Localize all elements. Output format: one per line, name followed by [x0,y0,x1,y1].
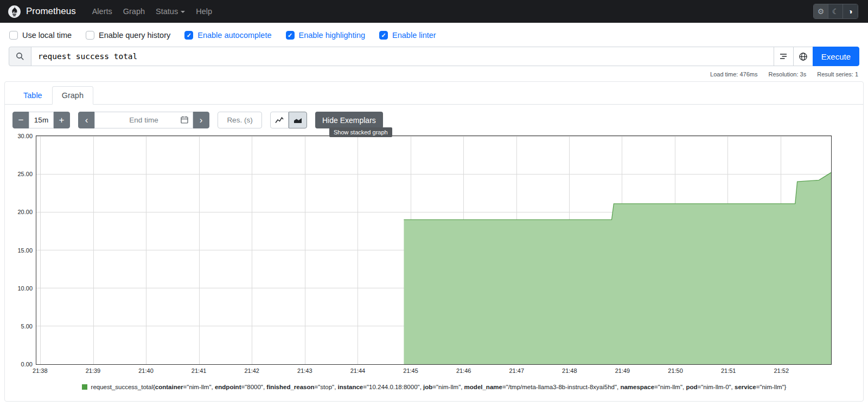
hide-exemplars-button[interactable]: Hide Exemplars [315,112,383,128]
stacked-graph-icon [293,116,302,125]
checkbox-box[interactable] [184,31,193,40]
prometheus-logo-icon [8,5,21,18]
y-tick-label: 20.00 [17,209,33,215]
x-tick-label: 21:38 [33,367,48,374]
end-time-input[interactable] [94,112,193,128]
calendar-icon[interactable] [180,115,189,124]
x-tick-label: 21:46 [456,367,471,374]
nav-link-status[interactable]: Status [150,4,190,19]
tab-bar: Table Graph [5,82,863,105]
nav-link-alerts[interactable]: Alerts [87,4,118,19]
theme-button-group: ⚙ ☾ ◑ [813,4,858,19]
graph-controls: − + ‹ › [5,105,863,134]
resolution-input[interactable] [218,112,262,128]
range-input[interactable] [29,112,54,128]
auto-theme-button[interactable]: ◑ [843,4,858,18]
brand-title: Prometheus [26,6,76,17]
checkbox-box[interactable] [286,31,295,40]
navbar: Prometheus Alerts Graph Status Help ⚙ ☾ … [0,0,868,23]
tree-view-button[interactable] [774,47,794,66]
y-tick-label: 15.00 [17,247,33,254]
x-axis-labels: 21:3821:3921:4021:4121:4221:4321:4421:45… [36,365,832,377]
legend-text: request_success_total{container="nim-llm… [91,384,787,390]
y-tick-label: 30.00 [17,133,33,139]
execute-button[interactable]: Execute [813,47,859,66]
gear-icon: ⚙ [818,7,825,16]
chart-plot-area[interactable]: 0.005.0010.0015.0020.0025.0030.00 [36,135,832,365]
checkbox-enable-highlighting[interactable]: Enable highlighting [286,31,366,40]
y-tick-label: 0.00 [21,361,33,367]
checkbox-label: Use local time [22,31,72,40]
increase-range-button[interactable]: + [53,112,70,128]
end-time-group: ‹ › [78,112,209,128]
checkbox-box[interactable] [9,31,18,40]
decrease-range-button[interactable]: − [12,112,29,128]
y-tick-label: 25.00 [17,171,33,177]
search-addon [9,47,31,66]
moon-icon: ☾ [832,7,839,16]
nav-links: Alerts Graph Status Help [87,4,218,19]
x-tick-label: 21:49 [615,367,630,374]
end-time-forward-button[interactable]: › [193,112,209,128]
search-icon [16,52,24,61]
checkbox-use-local-time[interactable]: Use local time [9,31,72,40]
result-series: Result series: 1 [817,71,858,78]
chevron-right-icon: › [200,115,203,126]
globe-icon [799,52,808,61]
query-input[interactable] [31,47,774,66]
stacked-graph-tooltip: Show stacked graph [329,127,392,137]
panel: Table Graph − + ‹ › [4,81,864,402]
checkbox-box[interactable] [379,31,388,40]
x-tick-label: 21:42 [244,367,259,374]
line-graph-button[interactable] [270,112,289,128]
checkbox-label: Enable autocomplete [197,31,271,40]
status-caret-icon [181,11,185,13]
query-stats: Load time: 476ms Resolution: 3s Result s… [0,66,868,79]
y-axis-labels: 0.005.0010.0015.0020.0025.0030.00 [11,136,34,364]
checkbox-box[interactable] [86,31,94,40]
y-tick-label: 5.00 [21,323,33,330]
stacked-graph-button[interactable] [289,112,307,128]
x-tick-label: 21:41 [192,367,207,374]
x-tick-label: 21:51 [721,367,736,374]
load-time: Load time: 476ms [710,71,757,78]
range-group: − + [12,112,70,128]
chart-svg [36,136,831,364]
x-tick-label: 21:45 [403,367,418,374]
brand[interactable]: Prometheus [8,5,76,18]
x-tick-label: 21:40 [138,367,154,374]
x-tick-label: 21:39 [86,367,101,374]
legend-row[interactable]: request_success_total{container="nim-llm… [5,377,863,401]
checkbox-label: Enable linter [392,31,436,40]
tab-graph[interactable]: Graph [52,86,93,105]
tree-view-icon [779,52,788,61]
end-time-back-button[interactable]: ‹ [78,112,95,128]
checkbox-label: Enable query history [99,31,170,40]
settings-button[interactable]: ⚙ [814,4,828,18]
y-tick-label: 10.00 [17,285,33,292]
tab-table[interactable]: Table [14,86,52,105]
nav-link-graph[interactable]: Graph [118,4,150,19]
checkbox-enable-autocomplete[interactable]: Enable autocomplete [184,31,271,40]
legend-swatch [82,384,87,390]
checkbox-enable-linter[interactable]: Enable linter [379,31,436,40]
options-row: Use local time Enable query history Enab… [0,23,868,46]
x-tick-label: 21:47 [509,367,524,374]
x-tick-label: 21:48 [562,367,577,374]
theme-auto-icon: ◑ [848,7,852,16]
metrics-explorer-button[interactable] [793,47,813,66]
x-tick-label: 21:44 [350,367,366,374]
resolution: Resolution: 3s [768,71,806,78]
checkbox-enable-query-history[interactable]: Enable query history [86,31,170,40]
line-graph-icon [275,116,284,125]
nav-link-help[interactable]: Help [190,4,218,19]
checkbox-label: Enable highlighting [299,31,366,40]
x-tick-label: 21:52 [774,367,789,374]
chevron-left-icon: ‹ [85,115,88,126]
x-tick-label: 21:43 [297,367,312,374]
x-tick-label: 21:50 [668,367,683,374]
query-bar: Execute [0,46,868,66]
chart-wrap: 0.005.0010.0015.0020.0025.0030.00 21:382… [5,134,863,377]
graph-type-group [270,112,307,128]
dark-theme-button[interactable]: ☾ [828,4,843,18]
